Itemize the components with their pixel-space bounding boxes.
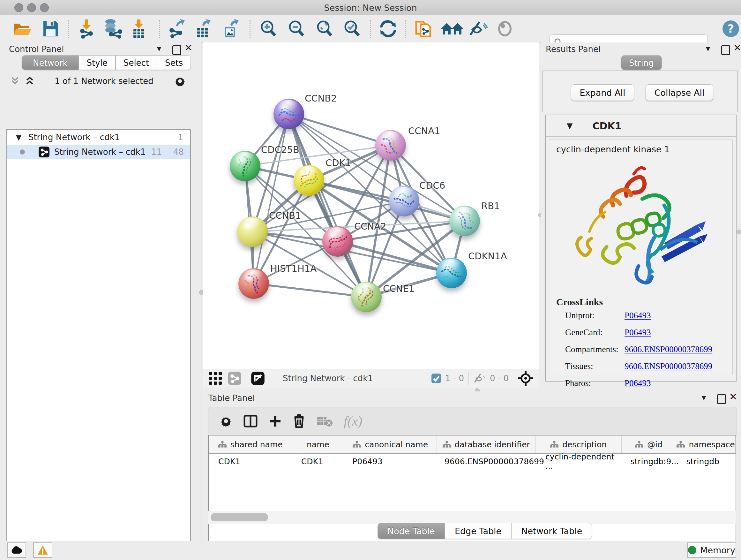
node-CCNA2[interactable] [322,226,353,257]
table-options-gear-icon[interactable] [219,415,232,428]
zoom-selected-button[interactable] [343,18,361,39]
cell-namespace[interactable]: stringdb [677,454,736,469]
cell-database-identifier[interactable]: 9606.ENSP00000378699 [435,454,536,469]
export-network-button[interactable] [167,18,186,39]
collapse-all-chevron-icon[interactable] [25,76,35,86]
node-CCNB2[interactable] [273,99,304,129]
table-panel-menu-button[interactable]: ▾ [702,393,706,402]
export-table-button[interactable] [193,18,212,39]
node-result-header[interactable]: ▼ CDK1 [546,115,736,137]
column-header-canonical-name[interactable]: canonical name [344,435,437,453]
column-header-description[interactable]: description [536,435,622,453]
node-HIST1H1A[interactable] [239,268,269,299]
node-RB1[interactable] [449,206,480,236]
node-CDK1[interactable] [293,165,324,196]
results-scroll-handle[interactable] [737,230,741,234]
crosslink-value-link[interactable]: P06493 [624,327,651,337]
node-CDC6[interactable] [389,186,419,216]
column-type-icon [677,441,685,448]
crosslink-value-link[interactable]: P06493 [624,378,651,388]
network-collection-row[interactable]: ▼ String Network – cdk1 1 [7,130,190,145]
results-panel-menu-button[interactable]: ▾ [706,44,710,53]
crosslink-value-link[interactable]: P06493 [624,311,651,320]
cell-canonical-name[interactable]: P06493 [343,454,435,469]
control-panel-close-button[interactable]: ✕ [185,43,192,53]
node-label-CCNE1: CCNE1 [383,283,414,294]
node-CCNA1[interactable] [375,130,406,161]
node-result-card: ▼ CDK1 cyclin-dependent kinase 1 [545,115,737,381]
network-view-share-icon[interactable] [227,371,242,385]
cloud-button[interactable] [7,543,26,558]
node-result-expander-icon[interactable]: ▼ [567,121,572,130]
edge-CCNB2-HIST1H1A[interactable] [254,114,289,284]
cell--id[interactable]: stringdb:9... [621,454,677,469]
column-header-shared-name[interactable]: shared name [209,435,292,453]
crosslink-value-link[interactable]: 9606.ENSP00000378699 [624,361,712,371]
expand-all-button[interactable]: Expand All [571,84,634,101]
save-session-button[interactable] [42,18,59,39]
grid-view-icon[interactable] [208,371,222,385]
tab-select[interactable]: Select [116,55,157,70]
memory-button[interactable]: Memory [687,543,736,558]
warning-button[interactable] [33,543,52,558]
table-hscroll-thumb[interactable] [211,513,268,521]
column-header-namespace[interactable]: namespace [676,435,736,453]
add-column-icon[interactable] [268,415,282,428]
refresh-button[interactable] [379,18,397,39]
home-button[interactable] [441,18,464,39]
column-header-database-identifier[interactable]: database identifier [437,435,536,453]
column-header--id[interactable]: @id [622,435,676,453]
clone-network-button[interactable] [414,18,433,39]
cell-name[interactable]: CDK1 [292,454,343,469]
results-panel-float-button[interactable] [721,45,730,55]
table-panel-float-button[interactable] [717,394,726,404]
node-CCNE1[interactable] [351,282,382,312]
birdseye-view-icon[interactable] [251,371,265,385]
tab-node-table[interactable]: Node Table [378,523,445,539]
network-canvas[interactable]: CCNB2CCNA1CDC25BCDK1CDC6RB1CCNB1CCNA2CDK… [203,43,539,369]
tab-network-table[interactable]: Network Table [511,523,592,539]
crosslink-value-link[interactable]: 9606.ENSP00000378699 [624,345,712,354]
node-CCNB1[interactable] [237,216,268,247]
node-label-CDKN1A: CDKN1A [468,251,507,261]
tab-edge-table[interactable]: Edge Table [445,523,511,539]
zoom-out-button[interactable] [287,18,306,39]
node-CDC25B[interactable] [230,151,260,181]
cell-description[interactable]: cyclin-dependent ... [536,454,621,469]
import-network-from-database-button[interactable] [102,18,124,39]
delete-column-icon[interactable] [293,414,306,428]
control-panel-float-button[interactable] [172,45,181,55]
network-options-gear-icon[interactable] [174,75,186,87]
zoom-in-button[interactable] [259,18,278,39]
network-row-selected[interactable]: String Network – cdk1 11 48 [7,145,190,159]
node-gloss-highlight [441,259,461,271]
selected-checkbox-icon[interactable] [431,373,441,383]
crosshair-icon[interactable] [518,370,534,386]
collapse-all-button[interactable]: Collapse All [646,84,713,101]
expand-all-chevron-icon[interactable] [10,76,20,86]
cell-shared-name[interactable]: CDK1 [209,454,292,469]
tab-string[interactable]: String [621,55,662,70]
control-panel-menu-button[interactable]: ▾ [157,44,161,53]
column-header-name[interactable]: name [292,435,344,453]
help-button[interactable]: ? [722,18,740,39]
tab-style[interactable]: Style [79,55,116,70]
edge-HIST1H1A-CCNE1[interactable] [254,284,366,297]
results-panel-close-button[interactable]: ✕ [733,43,741,53]
tab-sets[interactable]: Sets [157,55,191,70]
tab-network[interactable]: Network [22,55,79,70]
window-titlebar: Session: New Session [0,0,741,16]
import-table-button[interactable] [130,18,148,39]
show-columns-icon[interactable] [244,414,258,428]
eye-button[interactable] [496,18,513,39]
node-CDKN1A[interactable] [436,258,467,288]
function-builder-icon[interactable]: f(x) [344,414,362,429]
collection-expander-icon[interactable]: ▼ [16,133,21,141]
delete-table-icon[interactable] [316,415,333,427]
export-image-button[interactable] [221,18,239,39]
open-session-button[interactable] [13,18,32,39]
zoom-fit-button[interactable] [315,18,334,39]
show-hide-graphics-button[interactable] [468,18,488,39]
table-panel-close-button[interactable]: ✕ [729,392,737,401]
import-network-button[interactable] [77,18,96,39]
